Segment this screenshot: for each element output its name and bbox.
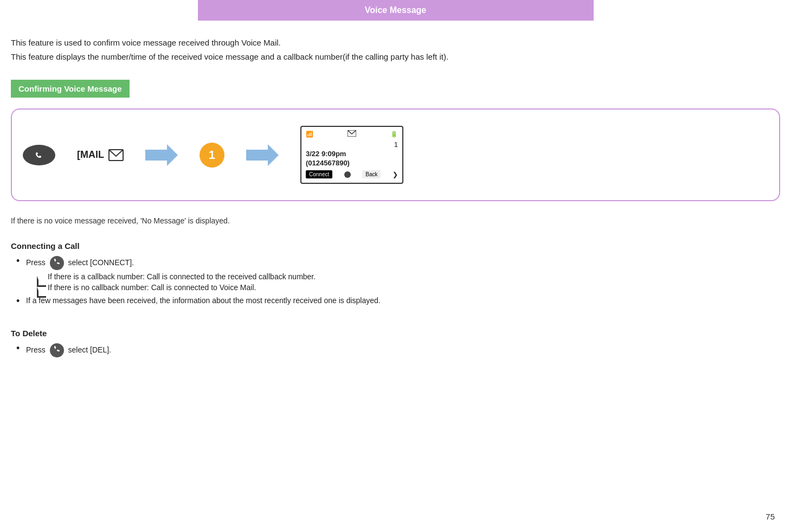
delete-list: Press select [DEL].: [11, 343, 780, 357]
svg-marker-3: [246, 144, 279, 166]
phone-screen: 📶 🔋 1 3/22 9:09pm (0124567890) Connect B…: [300, 126, 403, 184]
connecting-sub-list: If there is a callback number: Call is c…: [26, 272, 780, 292]
screen-number: (0124567890): [306, 159, 398, 167]
connecting-sub2: If there is no callback number: Call is …: [37, 283, 780, 292]
connecting-title: Connecting a Call: [11, 241, 780, 251]
mail-label: [MAIL: [77, 149, 124, 161]
back-button-label: Back: [362, 170, 381, 178]
delete-press-label: Press: [26, 345, 46, 354]
page-number: 75: [766, 512, 775, 521]
connect-button-label: Connect: [306, 170, 332, 178]
mail-text: [MAIL: [77, 149, 104, 161]
screen-count: 1: [306, 140, 398, 149]
section-heading: Confirming Voice Message: [11, 80, 130, 98]
intro-line1: This feature is used to confirm voice me…: [11, 36, 780, 50]
diagram-box: [MAIL 1 📶 🔋 1 3/22: [11, 108, 780, 201]
arrow-right-1: [145, 144, 178, 166]
connecting-sub1: If there is a callback number: Call is c…: [37, 272, 780, 281]
svg-marker-2: [145, 144, 178, 166]
number-circle: 1: [200, 143, 224, 168]
delete-bullet1: Press select [DEL].: [16, 343, 780, 357]
svg-point-0: [32, 150, 46, 160]
header-bar: Voice Message: [198, 0, 594, 21]
delete-select-label: select [DEL].: [68, 345, 111, 354]
connecting-list: Press select [CONNECT]. If there is a ca…: [11, 256, 780, 305]
screen-buttons: Connect Back ❯: [306, 170, 398, 178]
screen-date: 3/22 9:09pm: [306, 150, 398, 158]
phone-icon: [23, 145, 55, 165]
connecting-press-label: Press: [26, 258, 46, 267]
delete-phone-icon: [50, 343, 64, 357]
delete-section: To Delete Press select [DEL].: [0, 323, 791, 367]
nav-arrow: ❯: [393, 171, 398, 178]
header-title: Voice Message: [365, 5, 427, 15]
connecting-bullet2: If a few messages have been received, th…: [16, 296, 780, 305]
envelope-icon: [108, 149, 124, 161]
intro-section: This feature is used to confirm voice me…: [0, 21, 791, 69]
intro-line2: This feature displays the number/time of…: [11, 50, 780, 64]
delete-title: To Delete: [11, 329, 780, 338]
battery-icon: 🔋: [390, 131, 398, 138]
envelope-small-icon: [348, 130, 356, 138]
connecting-section: Connecting a Call Press select [CONNECT]…: [0, 236, 791, 315]
connecting-select-label: select [CONNECT].: [68, 258, 134, 267]
step-number: 1: [209, 148, 215, 162]
arrow-right-2: [246, 144, 279, 166]
signal-icon: 📶: [306, 131, 313, 138]
connecting-bullet1: Press select [CONNECT]. If there is a ca…: [16, 256, 780, 292]
connect-phone-icon: [50, 256, 64, 270]
phone-screen-top: 📶 🔋: [306, 130, 398, 138]
no-message-text: If there is no voice message received, '…: [0, 212, 791, 236]
nav-dot: [344, 171, 351, 178]
